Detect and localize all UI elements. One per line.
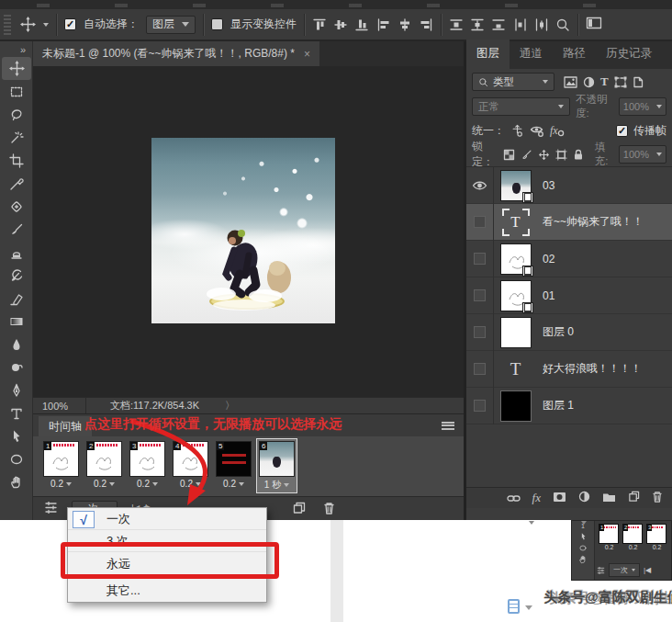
frame-duration-dropdown[interactable]: 1 秒 <box>264 479 289 492</box>
filter-adjustment-layers-icon[interactable] <box>583 76 595 88</box>
dropdown-caret-icon[interactable] <box>525 605 532 610</box>
lock-position-icon[interactable] <box>538 149 550 161</box>
zoom-search-icon[interactable] <box>555 17 570 32</box>
align-right-edges-icon[interactable] <box>419 17 433 32</box>
lock-artboard-icon[interactable] <box>555 149 567 161</box>
tool-preset-caret-icon[interactable] <box>43 23 49 27</box>
new-layer-icon[interactable] <box>628 490 640 506</box>
delete-layer-trash-icon[interactable] <box>652 490 663 506</box>
duplicate-frame-icon[interactable] <box>293 502 306 515</box>
layer-row-text-selected[interactable]: T 看~~帅锅来了哦！！ <box>466 204 672 241</box>
layer-row-02[interactable]: 02 <box>466 241 672 277</box>
distribute-vertical-centers-icon[interactable] <box>470 17 485 32</box>
frame-duration-dropdown[interactable]: 0.2 <box>50 479 72 489</box>
workspace-icon[interactable] <box>586 16 602 33</box>
tool-type[interactable] <box>0 401 33 424</box>
distribute-horizontal-centers-icon[interactable] <box>534 17 549 32</box>
layer-style-fx-icon[interactable]: fx <box>532 491 541 505</box>
panel-menu-icon[interactable] <box>442 422 454 430</box>
collapse-panel-chevron[interactable]: » <box>0 41 32 57</box>
lock-transparency-icon[interactable] <box>503 149 515 161</box>
adjustment-layer-icon[interactable] <box>578 490 590 506</box>
link-layers-icon[interactable] <box>507 490 521 506</box>
propagate-frames-checkbox[interactable]: ✓ <box>616 125 628 137</box>
auto-select-target-dropdown[interactable]: 图层 <box>146 16 196 34</box>
tool-pen[interactable] <box>0 379 33 401</box>
document-tab[interactable]: 未标题-1 @ 100% (看~~帅锅来了哦！！, RGB/8#) * × <box>33 41 319 66</box>
status-expand-chevron-icon[interactable]: 〉 <box>225 399 235 413</box>
layer-thumbnail[interactable] <box>500 390 532 422</box>
tab-paths[interactable]: 路径 <box>553 40 596 69</box>
tool-ellipse-shape[interactable] <box>0 447 33 470</box>
blend-mode-dropdown[interactable]: 正常 <box>472 97 570 116</box>
tab-channels[interactable]: 通道 <box>510 40 553 69</box>
layer-name[interactable]: 图层 0 <box>543 324 574 340</box>
distribute-top-edges-icon[interactable] <box>449 17 464 32</box>
document-size-info[interactable]: 文档:117.2K/854.3K <box>86 399 199 413</box>
layer-name[interactable]: 01 <box>543 289 554 302</box>
text-layer-thumbnail[interactable]: T <box>502 209 530 236</box>
tool-crop[interactable] <box>0 149 33 172</box>
layer-thumbnail[interactable] <box>500 317 532 348</box>
layer-name[interactable]: 好大得浪哦！！！！ <box>543 361 642 377</box>
distribute-bottom-edges-icon[interactable] <box>491 17 506 32</box>
frame-1[interactable]: 1 0.2 <box>41 439 81 492</box>
unify-visibility-icon[interactable] <box>530 124 544 137</box>
visibility-toggle[interactable] <box>466 351 494 388</box>
visibility-toggle[interactable] <box>466 167 494 204</box>
convert-timeline-icon[interactable] <box>44 502 58 515</box>
layer-name[interactable]: 03 <box>543 179 554 192</box>
tool-move[interactable] <box>2 57 31 80</box>
layer-row-03[interactable]: 03 <box>466 167 672 204</box>
close-tab-icon[interactable]: × <box>304 48 310 61</box>
lock-all-icon[interactable] <box>573 149 584 161</box>
frame-6-selected[interactable]: 6 1 秒 <box>257 439 297 492</box>
align-bottom-edges-icon[interactable] <box>354 17 369 32</box>
unify-style-icon[interactable]: fx <box>550 124 565 138</box>
tool-lasso[interactable] <box>0 103 33 126</box>
tool-eraser[interactable] <box>0 287 33 310</box>
layer-thumbnail[interactable] <box>500 243 532 275</box>
move-tool-icon[interactable] <box>20 17 36 32</box>
tool-magic-wand[interactable] <box>0 126 33 149</box>
opacity-value[interactable]: 100% <box>619 97 666 116</box>
layer-row-text2[interactable]: T 好大得浪哦！！！！ <box>466 351 672 388</box>
layer-row-layer0[interactable]: 图层 0 <box>466 314 672 351</box>
layer-name[interactable]: 看~~帅锅来了哦！！ <box>543 214 644 230</box>
layer-row-01[interactable]: 01 <box>466 277 672 314</box>
visibility-toggle[interactable] <box>466 241 494 277</box>
visibility-toggle[interactable] <box>466 204 494 241</box>
layer-name[interactable]: 02 <box>543 253 554 266</box>
auto-select-checkbox[interactable]: ✓ <box>64 18 76 30</box>
layer-thumbnail[interactable] <box>500 280 532 311</box>
tool-eyedropper[interactable] <box>0 172 33 195</box>
filter-smart-objects-icon[interactable] <box>633 76 644 88</box>
add-mask-icon[interactable] <box>553 490 566 506</box>
delete-frame-trash-icon[interactable] <box>323 502 335 516</box>
tool-spot-healing-brush[interactable] <box>0 195 33 218</box>
align-top-edges-icon[interactable] <box>312 17 327 32</box>
filter-type-dropdown[interactable]: 类型 <box>472 73 554 91</box>
tab-history[interactable]: 历史记录 <box>596 40 662 69</box>
copy-document-icon[interactable] <box>508 599 520 614</box>
tool-blur[interactable] <box>0 333 33 356</box>
align-horizontal-centers-icon[interactable] <box>398 17 412 32</box>
tool-path-selection[interactable] <box>0 424 33 447</box>
tool-clone-stamp[interactable] <box>0 241 33 264</box>
menu-item-other[interactable]: 其它... <box>68 580 266 602</box>
tool-history-brush[interactable] <box>0 264 33 287</box>
layer-row-layer1[interactable]: 图层 1 <box>466 388 672 424</box>
filter-type-layers-icon[interactable]: T <box>600 74 609 89</box>
show-transform-checkbox[interactable] <box>211 18 223 30</box>
tool-rectangular-marquee[interactable] <box>0 80 33 103</box>
menu-item-once[interactable]: 一次 <box>68 508 266 530</box>
align-vertical-centers-icon[interactable] <box>333 17 348 32</box>
tab-layers[interactable]: 图层 <box>466 40 510 69</box>
zoom-level[interactable]: 100% <box>33 398 86 413</box>
fill-value[interactable]: 100% <box>619 145 666 164</box>
layer-name[interactable]: 图层 1 <box>543 398 574 413</box>
visibility-toggle[interactable] <box>466 388 494 424</box>
tool-hand[interactable] <box>0 470 33 493</box>
filter-shape-layers-icon[interactable] <box>614 76 627 88</box>
tool-gradient[interactable] <box>0 310 33 333</box>
